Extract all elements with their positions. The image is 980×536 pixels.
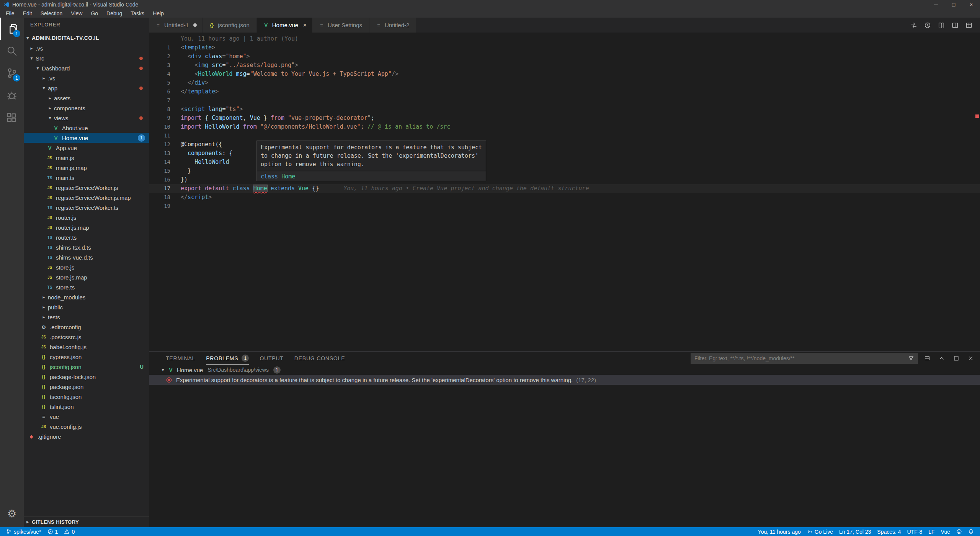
split-editor-button[interactable] — [952, 22, 959, 29]
code-line[interactable]: 17export default class Home extends Vue … — [149, 184, 980, 193]
tree-file-router-ts[interactable]: TSrouter.ts — [24, 232, 149, 242]
code-line[interactable]: 2 <div class="home"> — [149, 52, 980, 61]
status-git-branch[interactable]: spikes/vue* — [3, 527, 44, 536]
menu-debug[interactable]: Debug — [102, 9, 126, 18]
menu-selection[interactable]: Selection — [36, 9, 67, 18]
code-line[interactable]: 3 <img src="../assets/logo.png"> — [149, 61, 980, 70]
activity-source-control[interactable]: 1 — [0, 62, 24, 84]
tree-file-router-js[interactable]: JSrouter.js — [24, 212, 149, 222]
status-encoding[interactable]: UTF-8 — [904, 527, 926, 536]
status-indentation[interactable]: Spaces: 4 — [874, 527, 904, 536]
status-go-live[interactable]: Go Live — [804, 527, 836, 536]
layout-button[interactable] — [965, 22, 972, 29]
status-notifications[interactable] — [965, 527, 977, 536]
tree-file-store-ts[interactable]: TSstore.ts — [24, 282, 149, 292]
filter-input[interactable] — [694, 355, 908, 361]
restore-panel-button[interactable] — [953, 355, 959, 361]
explorer-project-section[interactable]: ▾ ADMIN.DIGITAL-TV.CO.IL — [24, 32, 149, 43]
tree-file-registerserviceworker-js-map[interactable]: JSregisterServiceWorker.js.map — [24, 193, 149, 203]
close-button[interactable]: × — [962, 0, 980, 9]
activity-settings[interactable]: ⚙ — [0, 503, 24, 525]
code-line[interactable]: 10import HelloWorld from "@/components/H… — [149, 123, 980, 131]
status-eol[interactable]: LF — [925, 527, 938, 536]
code-line[interactable]: 8<script lang="ts"> — [149, 105, 980, 114]
code-line[interactable]: 6</template> — [149, 87, 980, 96]
status-language-mode[interactable]: Vue — [938, 527, 953, 536]
status-gitlens-blame[interactable]: You, 11 hours ago — [755, 527, 804, 536]
tree-folder-components[interactable]: ▸components — [24, 103, 149, 113]
tree-file-registerserviceworker-ts[interactable]: TSregisterServiceWorker.ts — [24, 203, 149, 212]
tree-file-tslint-json[interactable]: {}tslint.json — [24, 402, 149, 412]
minimize-button[interactable]: ─ — [927, 0, 945, 9]
code-editor[interactable]: You, 11 hours ago | 1 author (You)1<temp… — [149, 33, 980, 351]
panel-tab-output[interactable]: OUTPUT — [260, 352, 283, 365]
status-cursor-position[interactable]: Ln 17, Col 23 — [836, 527, 874, 536]
maximize-panel-button[interactable] — [939, 355, 945, 361]
tree-folder-public[interactable]: ▸public — [24, 302, 149, 312]
tab-jsconfig-json[interactable]: {}jsconfig.json — [203, 18, 257, 33]
split-panel-button[interactable] — [924, 355, 930, 361]
tree-file-shims-vue-d-ts[interactable]: TSshims-vue.d.ts — [24, 252, 149, 262]
menu-go[interactable]: Go — [87, 9, 102, 18]
tab-user-settings[interactable]: ≡User Settings — [312, 18, 369, 33]
tree-file-babel-config-js[interactable]: JSbabel.config.js — [24, 342, 149, 352]
tree-file-vue-config-js[interactable]: JSvue.config.js — [24, 422, 149, 431]
gitlens-history-section[interactable]: ▸ GITLENS HISTORY — [24, 516, 149, 527]
problem-row[interactable]: Experimental support for decorators is a… — [149, 375, 980, 385]
menu-file[interactable]: File — [2, 9, 19, 18]
menu-tasks[interactable]: Tasks — [126, 9, 149, 18]
activity-debug[interactable] — [0, 84, 24, 106]
tree-folder-dashboard[interactable]: ▾Dashboard — [24, 63, 149, 73]
tree-folder-src[interactable]: ▾Src — [24, 53, 149, 63]
code-line[interactable]: 5 </div> — [149, 78, 980, 87]
tree-file-store-js[interactable]: JSstore.js — [24, 262, 149, 272]
close-tab-icon[interactable]: × — [303, 22, 307, 28]
panel-tab-problems[interactable]: PROBLEMS1 — [206, 352, 249, 365]
code-line[interactable]: 19 — [149, 202, 980, 211]
tree-file-main-ts[interactable]: TSmain.ts — [24, 173, 149, 183]
tree-folder-assets[interactable]: ▸assets — [24, 93, 149, 103]
code-line[interactable]: 11 — [149, 131, 980, 140]
status-problems-errors[interactable]: 1 — [44, 527, 61, 536]
tab-untitled-1[interactable]: ≡Untitled-1 — [149, 18, 203, 33]
code-line[interactable]: 4 <HelloWorld msg="Welcome to Your Vue.j… — [149, 70, 980, 78]
tree-file-editorconfig[interactable]: ⚙.editorconfig — [24, 322, 149, 332]
panel-tab-debug-console[interactable]: DEBUG CONSOLE — [294, 352, 345, 365]
problems-file-group[interactable]: ▾ V Home.vue Src\Dashboard\app\views 1 — [149, 365, 980, 375]
open-changes-button[interactable] — [910, 22, 917, 29]
tree-file-package-lock-json[interactable]: {}package-lock.json — [24, 372, 149, 382]
activity-explorer[interactable]: 1 — [0, 18, 24, 40]
menu-edit[interactable]: Edit — [19, 9, 36, 18]
maximize-button[interactable]: □ — [945, 0, 962, 9]
preview-button[interactable] — [938, 22, 945, 29]
menu-help[interactable]: Help — [149, 9, 168, 18]
status-feedback[interactable] — [953, 527, 965, 536]
status-problems-warnings[interactable]: 0 — [61, 527, 78, 536]
tree-file-about-vue[interactable]: VAbout.vue — [24, 123, 149, 133]
tree-file-main-js-map[interactable]: JSmain.js.map — [24, 163, 149, 173]
tree-file-home-vue[interactable]: VHome.vue1 — [24, 133, 149, 143]
tree-file-tsconfig-json[interactable]: {}tsconfig.json — [24, 392, 149, 402]
tree-file-main-js[interactable]: JSmain.js — [24, 153, 149, 163]
tree-file-package-json[interactable]: {}package.json — [24, 382, 149, 392]
tree-file-registerserviceworker-js[interactable]: JSregisterServiceWorker.js — [24, 183, 149, 193]
menu-view[interactable]: View — [67, 9, 87, 18]
tree-folder-app[interactable]: ▾app — [24, 83, 149, 93]
tree-file-store-js-map[interactable]: JSstore.js.map — [24, 272, 149, 282]
tree-folder-vs[interactable]: ▸.vs — [24, 73, 149, 83]
code-line[interactable]: 18</script> — [149, 193, 980, 202]
tree-file-gitignore[interactable]: ◆.gitignore — [24, 431, 149, 441]
code-line[interactable]: 7 — [149, 96, 980, 105]
overview-ruler[interactable] — [975, 33, 980, 351]
tree-file-cypress-json[interactable]: {}cypress.json — [24, 352, 149, 362]
tree-file-shims-tsx-d-ts[interactable]: TSshims-tsx.d.ts — [24, 242, 149, 252]
tree-folder-tests[interactable]: ▸tests — [24, 312, 149, 322]
close-panel-button[interactable] — [968, 355, 974, 361]
tree-file-app-vue[interactable]: VApp.vue — [24, 143, 149, 153]
code-line[interactable]: 1<template> — [149, 43, 980, 52]
code-line[interactable]: 9import { Component, Vue } from "vue-pro… — [149, 114, 980, 123]
tree-file-vue[interactable]: ≡vue — [24, 412, 149, 422]
tab-home-vue[interactable]: VHome.vue× — [257, 18, 312, 33]
tree-file-jsconfig-json[interactable]: {}jsconfig.jsonU — [24, 362, 149, 372]
tree-folder-node-modules[interactable]: ▸node_modules — [24, 292, 149, 302]
